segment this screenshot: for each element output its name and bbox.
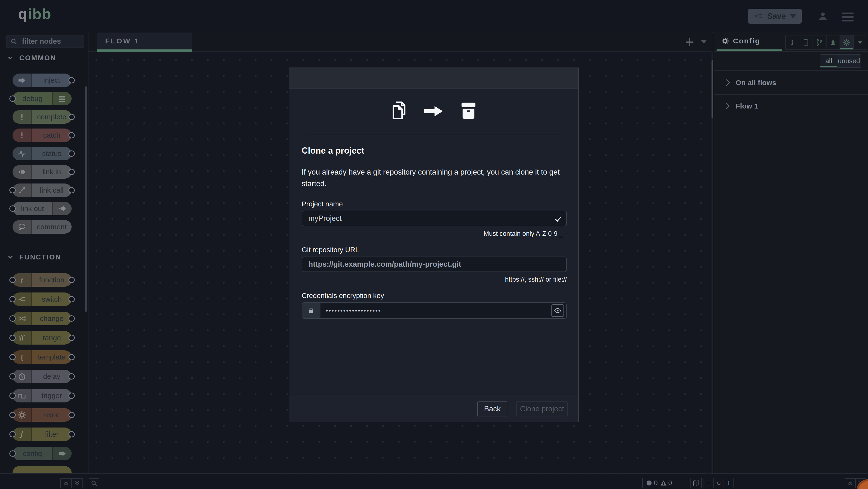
palette-category-function[interactable]: FUNCTION [7, 253, 61, 262]
filter-unused-button[interactable]: unused [837, 55, 861, 67]
sidebar-tool-caret-down-icon[interactable] [854, 35, 867, 50]
node-output-port[interactable] [68, 393, 75, 399]
info-icon [788, 38, 796, 46]
node-output-port[interactable] [68, 77, 75, 84]
sidebar-tool-bug-icon[interactable] [827, 35, 840, 50]
git-url-hint: https://, ssh:// or file:// [302, 276, 567, 283]
palette-search-input[interactable] [22, 36, 80, 47]
palette-node-label: debug [12, 92, 52, 105]
show-password-button[interactable] [551, 304, 564, 317]
node-input-port[interactable] [9, 335, 16, 341]
node-icon-section [12, 73, 32, 87]
palette-node-link-call[interactable]: link call [12, 183, 72, 197]
palette-node-comment[interactable]: comment [12, 220, 72, 234]
node-output-port[interactable] [68, 431, 75, 437]
node-input-port[interactable] [9, 206, 16, 212]
palette-node-link-in[interactable]: link in [12, 165, 72, 179]
palette-node-trigger[interactable]: trigger [12, 389, 72, 402]
canvas-search-button[interactable] [89, 478, 99, 488]
node-input-port[interactable] [9, 296, 16, 302]
node-output-port[interactable] [68, 354, 75, 360]
node-output-port[interactable] [68, 187, 75, 193]
zoom-in-label: + [727, 479, 731, 487]
palette-node-label: inject [32, 73, 72, 87]
node-input-port[interactable] [9, 373, 16, 379]
palette-category-label: FUNCTION [19, 253, 61, 261]
palette-node-delay[interactable]: delay [12, 370, 72, 383]
add-flow-button[interactable] [685, 37, 694, 47]
back-button[interactable]: Back [477, 401, 507, 417]
sidebar-tab-config[interactable]: Config [717, 33, 782, 50]
palette-collapse-up-button[interactable] [60, 478, 72, 488]
node-input-port[interactable] [9, 95, 16, 102]
tab-flow-1-label: FLOW 1 [105, 37, 140, 45]
canvas-vscrollbar-thumb[interactable] [712, 60, 713, 118]
node-output-port[interactable] [68, 296, 75, 302]
palette-node-exec[interactable]: exec [12, 408, 72, 422]
credentials-key-input[interactable] [320, 303, 566, 318]
palette-node-filter[interactable]: filter [12, 428, 72, 441]
sidebar-tool-gear-icon[interactable] [840, 35, 854, 50]
node-output-port[interactable] [68, 412, 75, 418]
zoom-reset-button[interactable]: ○ [713, 478, 723, 488]
palette-node-status[interactable]: status [12, 147, 72, 160]
node-output-port[interactable] [68, 315, 75, 322]
node-output-port[interactable] [68, 114, 75, 120]
node-input-port[interactable] [9, 431, 16, 437]
tab-list-caret-icon[interactable] [701, 40, 707, 44]
node-input-port[interactable] [9, 187, 16, 193]
save-button[interactable]: Save [748, 9, 802, 24]
palette-scrollbar[interactable] [85, 86, 87, 312]
hamburger-menu-icon[interactable] [842, 12, 854, 23]
palette-node-debug[interactable]: debug [12, 92, 72, 105]
palette-node-catch[interactable]: catch [12, 128, 72, 142]
node-input-port[interactable] [9, 393, 16, 399]
sidebar-tool-info-icon[interactable] [786, 35, 799, 50]
node-input-port[interactable] [9, 451, 16, 457]
palette-node-change[interactable]: change [12, 312, 72, 325]
palette-node-partial[interactable] [12, 466, 72, 473]
palette-node-link-out[interactable]: link out [12, 202, 72, 215]
palette-node-template[interactable]: {template [12, 350, 72, 364]
zoom-reset-label: ○ [717, 479, 721, 487]
user-icon[interactable] [817, 11, 829, 22]
palette-node-function[interactable]: ƒfunction [12, 273, 72, 287]
minimap-toggle-button[interactable] [690, 478, 702, 488]
node-input-port[interactable] [9, 315, 16, 322]
config-row-flow-1[interactable]: Flow 1 [714, 94, 868, 118]
git-url-input[interactable] [302, 257, 566, 272]
palette-node-switch[interactable]: switch [12, 293, 72, 306]
node-output-port[interactable] [68, 335, 75, 341]
clone-project-button[interactable]: Clone project [517, 401, 567, 417]
palette-node-label: status [32, 147, 72, 160]
node-output-port[interactable] [68, 169, 75, 175]
tab-flow-1[interactable]: FLOW 1 [97, 33, 192, 50]
node-output-port[interactable] [68, 277, 75, 283]
sidebar-collapse-up-button[interactable] [845, 478, 856, 488]
sidebar-tool-git-branch-icon[interactable] [813, 35, 827, 50]
palette-node-complete[interactable]: complete [12, 110, 72, 124]
zoom-out-button[interactable]: − [704, 478, 713, 488]
palette-category-common[interactable]: COMMON [7, 54, 56, 62]
node-output-port[interactable] [68, 373, 75, 379]
palette-collapse-down-button[interactable] [71, 478, 83, 488]
node-output-port[interactable] [68, 150, 75, 157]
zoom-in-button[interactable]: + [723, 478, 734, 488]
palette-node-range[interactable]: range [12, 331, 72, 344]
palette-search[interactable] [6, 35, 84, 48]
palette-node-inject[interactable]: inject [12, 73, 72, 87]
palette-node-label: switch [32, 293, 72, 306]
node-input-port[interactable] [9, 354, 16, 360]
save-caret-icon[interactable] [790, 14, 796, 18]
config-row-on-all-flows[interactable]: On all flows [714, 70, 868, 95]
filter-all-button[interactable]: all [820, 55, 837, 67]
project-name-input[interactable] [302, 211, 566, 226]
palette-node-config[interactable]: config [12, 447, 72, 460]
notifications-group[interactable]: 0 0 [642, 478, 688, 488]
palette-node-label: trigger [32, 389, 72, 402]
node-input-port[interactable] [9, 277, 16, 283]
config-row-label: Flow 1 [736, 102, 758, 110]
node-input-port[interactable] [9, 412, 16, 418]
node-output-port[interactable] [68, 132, 75, 139]
sidebar-tool-book-icon[interactable] [799, 35, 813, 50]
